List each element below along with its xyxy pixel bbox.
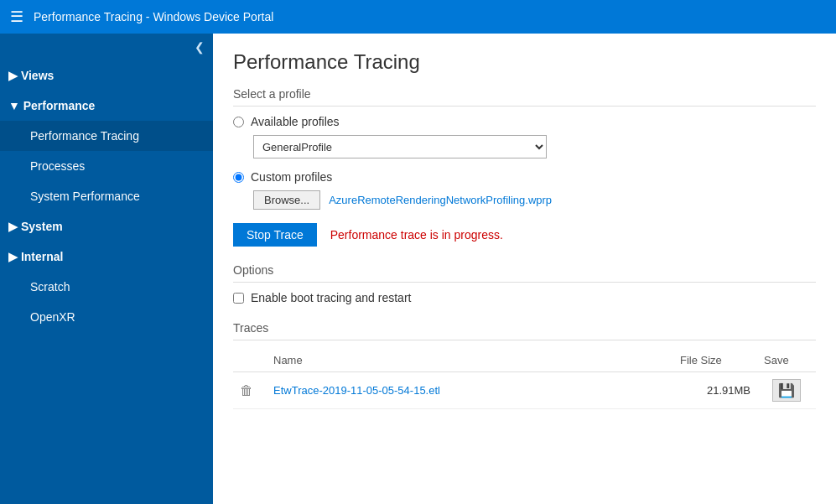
- stop-trace-button[interactable]: Stop Trace: [233, 223, 317, 247]
- titlebar: ☰ Performance Tracing - Windows Device P…: [0, 0, 836, 34]
- delete-cell: 🗑: [233, 372, 267, 409]
- col-name-header: Name: [267, 349, 673, 372]
- col-delete-header: [233, 349, 267, 372]
- options-section-title: Options: [233, 263, 816, 283]
- sidebar-item-label: OpenXR: [30, 310, 75, 324]
- browse-filename: AzureRemoteRenderingNetworkProfiling.wpr…: [329, 194, 552, 206]
- available-profiles-label: Available profiles: [251, 115, 340, 128]
- sidebar: ❮ ▶ Views ▼ Performance Performance Trac…: [0, 34, 213, 504]
- sidebar-item-system[interactable]: ▶ System: [0, 211, 213, 242]
- sidebar-item-label: Processes: [30, 159, 85, 173]
- sidebar-item-processes[interactable]: Processes: [0, 151, 213, 181]
- traces-table-header: Name File Size Save: [233, 349, 816, 372]
- select-profile-section-title: Select a profile: [233, 87, 816, 107]
- sidebar-item-label: Scratch: [30, 280, 70, 294]
- sidebar-item-label: System Performance: [30, 190, 140, 203]
- sidebar-item-system-performance[interactable]: System Performance: [0, 181, 213, 211]
- boot-tracing-checkbox[interactable]: [233, 293, 244, 304]
- stop-trace-row: Stop Trace Performance trace is in progr…: [233, 223, 816, 247]
- save-cell: 💾: [757, 372, 816, 409]
- sidebar-item-performance[interactable]: ▼ Performance: [0, 91, 213, 121]
- profile-dropdown[interactable]: GeneralProfile NetworkProfile StoragePro…: [253, 135, 547, 158]
- available-profiles-radio-row: Available profiles: [233, 115, 816, 128]
- options-section: Options Enable boot tracing and restart: [233, 263, 816, 304]
- traces-section: Traces Name File Size Save 🗑: [233, 321, 816, 409]
- sidebar-item-views[interactable]: ▶ Views: [0, 60, 213, 91]
- trace-filename[interactable]: EtwTrace-2019-11-05-05-54-15.etl: [273, 384, 440, 397]
- custom-profiles-radio-row: Custom profiles: [233, 170, 816, 184]
- traces-table: Name File Size Save 🗑 EtwTrace-2019-11-0…: [233, 349, 816, 409]
- sidebar-item-scratch[interactable]: Scratch: [0, 272, 213, 302]
- boot-tracing-label: Enable boot tracing and restart: [251, 291, 411, 304]
- boot-tracing-row: Enable boot tracing and restart: [233, 291, 816, 304]
- filesize-cell: 21.91MB: [673, 372, 757, 409]
- sidebar-item-openxr[interactable]: OpenXR: [0, 302, 213, 332]
- delete-icon[interactable]: 🗑: [240, 383, 253, 397]
- titlebar-title: Performance Tracing - Windows Device Por…: [34, 10, 273, 23]
- browse-row: Browse... AzureRemoteRenderingNetworkPro…: [253, 190, 816, 210]
- sidebar-collapse-button[interactable]: ❮: [186, 34, 213, 60]
- sidebar-item-performance-tracing[interactable]: Performance Tracing: [0, 121, 213, 151]
- traces-section-title: Traces: [233, 321, 816, 340]
- profile-select-row: GeneralProfile NetworkProfile StoragePro…: [253, 135, 816, 158]
- main-layout: ❮ ▶ Views ▼ Performance Performance Trac…: [0, 34, 836, 504]
- custom-profiles-radio[interactable]: [233, 172, 244, 183]
- page-title: Performance Tracing: [233, 50, 816, 74]
- trace-status: Performance trace is in progress.: [330, 228, 503, 242]
- save-button[interactable]: 💾: [772, 379, 801, 402]
- content-area: Performance Tracing Select a profile Ava…: [213, 34, 836, 504]
- col-filesize-header: File Size: [673, 349, 757, 372]
- sidebar-item-label: Performance Tracing: [30, 129, 139, 143]
- custom-profiles-label: Custom profiles: [251, 170, 332, 184]
- table-row: 🗑 EtwTrace-2019-11-05-05-54-15.etl 21.91…: [233, 372, 816, 409]
- available-profiles-radio[interactable]: [233, 117, 244, 127]
- name-cell: EtwTrace-2019-11-05-05-54-15.etl: [267, 372, 673, 409]
- menu-icon[interactable]: ☰: [10, 8, 23, 26]
- browse-button[interactable]: Browse...: [253, 190, 320, 210]
- sidebar-item-internal[interactable]: ▶ Internal: [0, 242, 213, 272]
- col-save-header: Save: [757, 349, 816, 372]
